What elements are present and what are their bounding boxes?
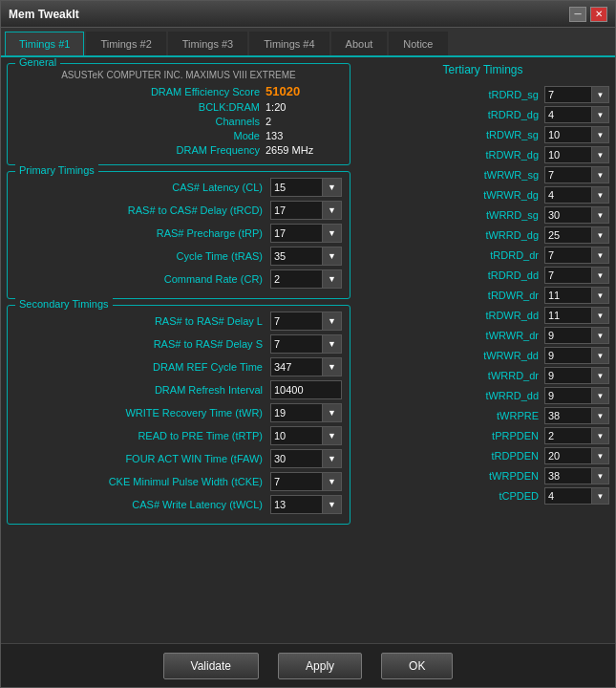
tert-dropdown-20[interactable]: ▼ (592, 487, 609, 505)
tert-row-9: tRDRD_dd ▼ (356, 267, 609, 284)
validate-button[interactable]: Validate (163, 653, 259, 679)
tert-dropdown-18[interactable]: ▼ (592, 447, 609, 464)
ok-button[interactable]: OK (381, 653, 453, 679)
primary-input-2[interactable] (270, 224, 323, 243)
tert-dropdown-1[interactable]: ▼ (592, 106, 609, 123)
primary-dropdown-2[interactable]: ▼ (323, 224, 342, 243)
tert-input-17[interactable] (544, 427, 592, 444)
secondary-input-5[interactable] (270, 426, 323, 445)
close-button[interactable]: ✕ (590, 7, 607, 22)
dram-score-label: DRAM Efficiency Score (151, 86, 260, 97)
tert-input-16[interactable] (544, 407, 592, 424)
tert-input-8[interactable] (544, 247, 592, 264)
primary-input-0[interactable] (270, 178, 323, 197)
tert-input-9[interactable] (544, 267, 592, 284)
secondary-input-0[interactable] (270, 312, 323, 331)
tert-dropdown-7[interactable]: ▼ (592, 226, 609, 244)
tert-input-3[interactable] (544, 146, 592, 163)
tert-input-6[interactable] (544, 206, 592, 224)
tert-label-2: tRDWR_sg (467, 129, 539, 140)
tert-row-20: tCPDED ▼ (356, 487, 609, 505)
tert-row-14: tWRRD_dr ▼ (356, 367, 609, 384)
tert-dropdown-12[interactable]: ▼ (592, 327, 609, 344)
secondary-input-7[interactable] (270, 472, 323, 491)
primary-dropdown-3[interactable]: ▼ (323, 247, 342, 266)
tert-dropdown-15[interactable]: ▼ (592, 387, 609, 404)
primary-input-4[interactable] (270, 269, 323, 289)
tert-dropdown-2[interactable]: ▼ (592, 126, 609, 143)
tert-input-2[interactable] (544, 126, 592, 143)
secondary-input-2[interactable] (270, 357, 323, 376)
tert-dropdown-6[interactable]: ▼ (592, 206, 609, 224)
tert-input-20[interactable] (544, 487, 592, 505)
secondary-dropdown-5[interactable]: ▼ (323, 426, 342, 445)
tab-timings4[interactable]: Timings #4 (249, 32, 329, 55)
secondary-dropdown-8[interactable]: ▼ (323, 495, 342, 514)
primary-dropdown-0[interactable]: ▼ (323, 178, 342, 197)
dram-score-value: 51020 (266, 84, 342, 98)
tert-dropdown-13[interactable]: ▼ (592, 347, 609, 364)
tert-input-1[interactable] (544, 106, 592, 123)
tert-dropdown-9[interactable]: ▼ (592, 267, 609, 284)
tert-input-13[interactable] (544, 347, 592, 364)
secondary-control-2: ▼ (270, 357, 342, 376)
secondary-dropdown-4[interactable]: ▼ (323, 403, 342, 422)
minimize-button[interactable]: ─ (569, 7, 586, 22)
tert-input-7[interactable] (544, 226, 592, 244)
general-group: General ASUSTeK COMPUTER INC. MAXIMUS VI… (7, 63, 350, 165)
secondary-label-3: DRAM Refresh Interval (15, 384, 270, 396)
tert-dropdown-16[interactable]: ▼ (592, 407, 609, 424)
tert-input-12[interactable] (544, 327, 592, 344)
secondary-input-1[interactable] (270, 334, 323, 354)
bclk-row: BCLK:DRAM 1:20 (15, 101, 342, 113)
secondary-input-3[interactable] (270, 380, 342, 399)
secondary-dropdown-7[interactable]: ▼ (323, 472, 342, 491)
tert-input-15[interactable] (544, 387, 592, 404)
tert-input-14[interactable] (544, 367, 592, 384)
tert-label-19: tWRPDEN (467, 470, 539, 482)
tert-input-10[interactable] (544, 287, 592, 304)
tab-timings3[interactable]: Timings #3 (168, 32, 247, 55)
tab-timings1[interactable]: Timings #1 (5, 32, 84, 55)
primary-dropdown-4[interactable]: ▼ (323, 269, 342, 289)
secondary-dropdown-2[interactable]: ▼ (323, 357, 342, 376)
tert-row-1: tRDRD_dg ▼ (356, 106, 609, 123)
tert-dropdown-4[interactable]: ▼ (592, 166, 609, 183)
tab-timings2[interactable]: Timings #2 (86, 32, 165, 55)
secondary-dropdown-1[interactable]: ▼ (323, 334, 342, 354)
primary-dropdown-1[interactable]: ▼ (323, 201, 342, 220)
tert-input-19[interactable] (544, 467, 592, 484)
tert-dropdown-10[interactable]: ▼ (592, 287, 609, 304)
secondary-input-4[interactable] (270, 403, 323, 422)
tert-input-0[interactable] (544, 86, 592, 103)
secondary-dropdown-6[interactable]: ▼ (323, 449, 342, 468)
tert-label-7: tWRRD_dg (467, 229, 539, 241)
tert-dropdown-11[interactable]: ▼ (592, 307, 609, 324)
tert-dropdown-14[interactable]: ▼ (592, 367, 609, 384)
tert-input-5[interactable] (544, 186, 592, 204)
secondary-input-8[interactable] (270, 495, 323, 514)
primary-label-3: Cycle Time (tRAS) (15, 250, 270, 262)
secondary-dropdown-0[interactable]: ▼ (323, 312, 342, 331)
tert-dropdown-19[interactable]: ▼ (592, 467, 609, 484)
primary-row-2: RAS# Precharge (tRP) ▼ (15, 224, 342, 243)
tert-dropdown-8[interactable]: ▼ (592, 247, 609, 264)
tab-notice[interactable]: Notice (389, 32, 447, 55)
tert-dropdown-17[interactable]: ▼ (592, 427, 609, 444)
tert-dropdown-5[interactable]: ▼ (592, 186, 609, 204)
secondary-input-6[interactable] (270, 449, 323, 468)
tert-label-6: tWRRD_sg (467, 209, 539, 221)
apply-button[interactable]: Apply (278, 653, 362, 679)
primary-input-1[interactable] (270, 201, 323, 220)
primary-input-3[interactable] (270, 247, 323, 266)
tab-about[interactable]: About (331, 32, 388, 55)
tert-input-4[interactable] (544, 166, 592, 183)
tert-label-3: tRDWR_dg (467, 149, 539, 161)
secondary-row-5: READ to PRE Time (tRTP) ▼ (15, 426, 342, 445)
freq-value: 2659 MHz (266, 144, 342, 156)
tert-input-11[interactable] (544, 307, 592, 324)
secondary-control-4: ▼ (270, 403, 342, 422)
tert-dropdown-0[interactable]: ▼ (592, 86, 609, 103)
tert-input-18[interactable] (544, 447, 592, 464)
tert-dropdown-3[interactable]: ▼ (592, 146, 609, 163)
